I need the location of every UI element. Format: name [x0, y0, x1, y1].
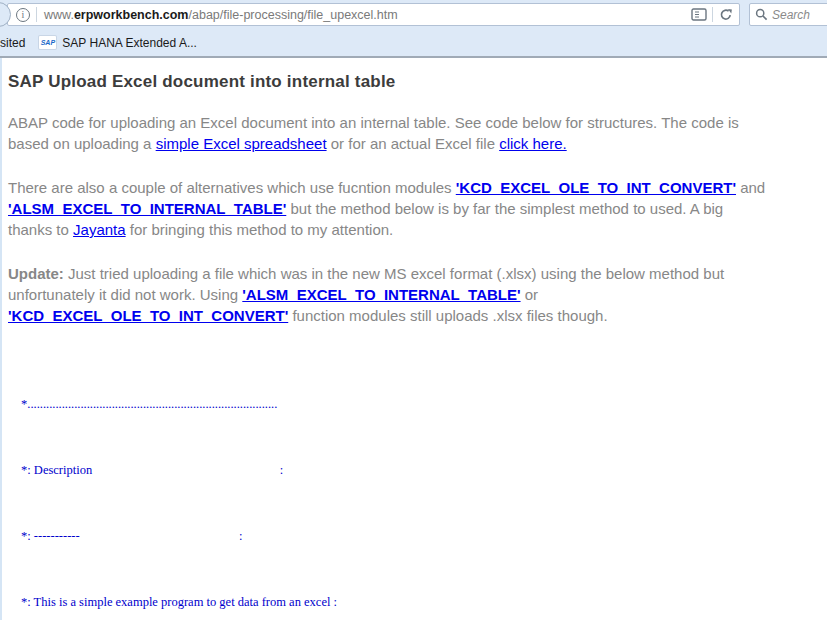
url-domain: erpworkbench.com [74, 8, 189, 22]
bookmarks-toolbar: sited SAP SAP HANA Extended A... [0, 29, 827, 56]
link-kcd-excel-ole-to-int-convert[interactable]: 'KCD_EXCEL_OLE_TO_INT_CONVERT' [456, 179, 736, 196]
sap-favicon-icon: SAP [39, 36, 56, 49]
update-text-1: Just tried uploading a file which was in… [64, 265, 724, 282]
code-comment-line: *: This is a simple example program to g… [21, 591, 819, 613]
page-content: SAP Upload Excel document into internal … [0, 58, 827, 620]
link-alsm-excel-to-internal-table[interactable]: 'ALSM_EXCEL_TO_INTERNAL_TABLE' [242, 286, 520, 303]
search-box[interactable] [749, 3, 827, 26]
url-bar[interactable]: i www.erpworkbench.com/abap/file-process… [7, 3, 740, 26]
intro-text-2: based on uploading a [8, 135, 156, 152]
search-icon [750, 5, 772, 25]
bookmark-sap-hana[interactable]: SAP SAP HANA Extended A... [35, 34, 201, 52]
url-path: /abap/file-processing/file_upexcel.htm [189, 8, 398, 22]
update-label: Update: [8, 265, 64, 282]
paragraph-intro: ABAP code for uploading an Excel documen… [8, 112, 819, 154]
code-comment-line: *.......................................… [21, 393, 819, 415]
link-jayanta[interactable]: Jayanta [73, 221, 126, 238]
paragraph-update: Update: Just tried uploading a file whic… [8, 263, 819, 326]
alt-text-2: and [736, 179, 765, 196]
paragraph-alternatives: There are also a couple of alternatives … [8, 177, 819, 240]
update-text-3: or [521, 286, 539, 303]
bookmark-label: SAP HANA Extended A... [62, 36, 197, 50]
alt-text-1: There are also a couple of alternatives … [8, 179, 456, 196]
url-prefix: www. [44, 8, 74, 22]
code-comment-line: *: Description : [21, 459, 819, 481]
abap-code-block: *.......................................… [21, 349, 819, 620]
link-click-here[interactable]: click here. [499, 135, 567, 152]
site-info-icon[interactable]: i [16, 8, 30, 22]
link-kcd-excel-ole-to-int-convert[interactable]: 'KCD_EXCEL_OLE_TO_INT_CONVERT' [8, 307, 288, 324]
intro-text-1: ABAP code for uploading an Excel documen… [8, 114, 739, 131]
link-alsm-excel-to-internal-table[interactable]: 'ALSM_EXCEL_TO_INTERNAL_TABLE' [8, 200, 286, 217]
reader-mode-icon[interactable] [686, 5, 712, 25]
url-text[interactable]: www.erpworkbench.com/abap/file-processin… [37, 8, 686, 22]
update-text-2: unfortunately it did not work. Using [8, 286, 242, 303]
search-input[interactable] [772, 8, 820, 22]
bookmark-most-visited-partial[interactable]: sited [0, 36, 25, 50]
reload-icon[interactable] [713, 5, 739, 25]
navigation-toolbar: i www.erpworkbench.com/abap/file-process… [0, 0, 827, 29]
intro-text-3: or for an actual Excel file [327, 135, 500, 152]
update-text-4: function modules still uploads .xlsx fil… [288, 307, 607, 324]
alt-text-5: for bringing this method to my attention… [126, 221, 394, 238]
browser-chrome: i www.erpworkbench.com/abap/file-process… [0, 0, 827, 58]
alt-text-4: thanks to [8, 221, 73, 238]
link-simple-excel-spreadsheet[interactable]: simple Excel spreadsheet [156, 135, 327, 152]
alt-text-3: but the method below is by far the simpl… [286, 200, 723, 217]
code-comment-line: *: ----------- : [21, 525, 819, 547]
page-title: SAP Upload Excel document into internal … [8, 72, 819, 92]
